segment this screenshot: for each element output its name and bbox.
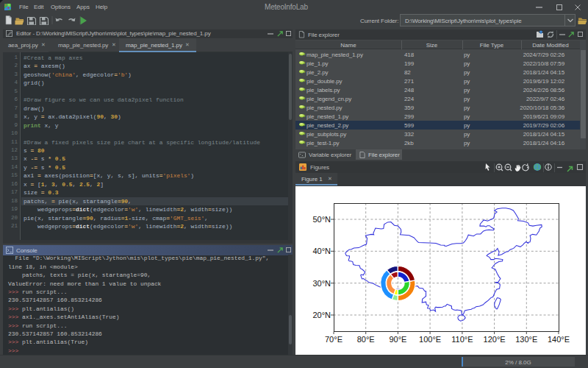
svg-text:20°N: 20°N [312, 311, 331, 319]
svg-text:40°N: 40°N [312, 247, 331, 255]
svg-text:130°E: 130°E [515, 335, 537, 344]
svg-text:100°E: 100°E [419, 335, 441, 344]
svg-text:140°E: 140°E [548, 335, 570, 344]
svg-text:50°N: 50°N [312, 215, 331, 224]
svg-text:70°E: 70°E [325, 335, 343, 344]
svg-text:30°N: 30°N [312, 279, 331, 288]
svg-text:80°E: 80°E [357, 335, 375, 344]
svg-text:110°E: 110°E [451, 335, 473, 344]
svg-text:90°E: 90°E [389, 335, 406, 344]
svg-text:120°E: 120°E [484, 335, 506, 344]
